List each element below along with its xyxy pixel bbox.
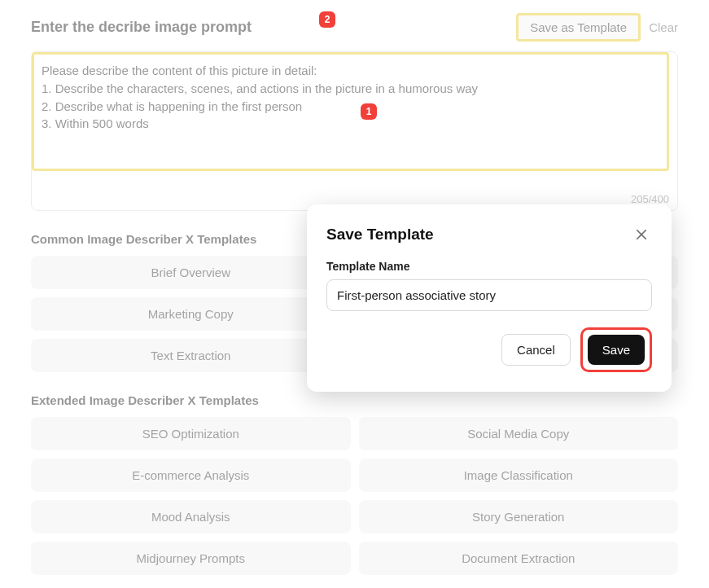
template-name-label: Template Name bbox=[326, 260, 652, 273]
modal-title: Save Template bbox=[326, 226, 434, 244]
modal-header: Save Template bbox=[326, 224, 652, 245]
save-template-modal: Save Template Template Name Cancel Save bbox=[307, 204, 672, 392]
save-button[interactable]: Save bbox=[588, 335, 645, 365]
save-button-highlight: Save bbox=[580, 327, 652, 372]
template-name-input[interactable] bbox=[326, 279, 652, 311]
modal-close-button[interactable] bbox=[631, 224, 652, 245]
cancel-button[interactable]: Cancel bbox=[501, 334, 571, 366]
close-icon bbox=[634, 227, 649, 242]
callout-badge-2: 2 bbox=[319, 11, 335, 28]
callout-badge-1: 1 bbox=[361, 103, 377, 120]
modal-actions: Cancel Save bbox=[326, 327, 652, 372]
